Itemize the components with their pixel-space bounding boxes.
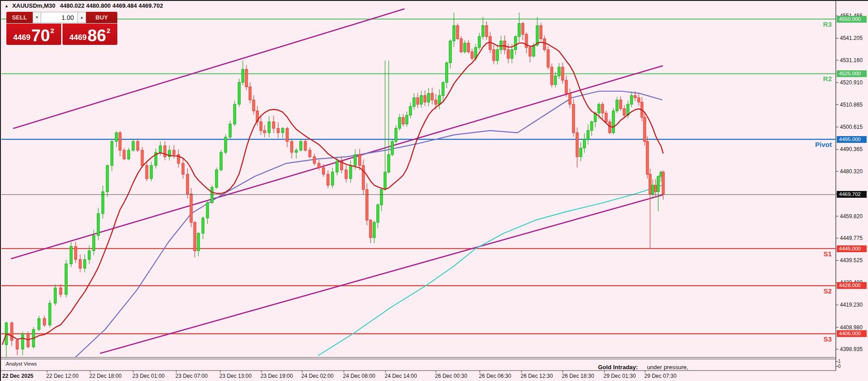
y-axis-tick-label: 4500.615 bbox=[840, 124, 863, 130]
buy-price-point: 2 bbox=[106, 27, 110, 34]
symbol-timeframe-label: XAUUSDm,M30 bbox=[12, 2, 55, 9]
time-axis-label: 24 Dec 08:00 bbox=[343, 373, 375, 379]
chevron-up-icon: ▲ bbox=[80, 15, 84, 20]
level-label-pivot: Pivot bbox=[815, 141, 832, 148]
sell-button[interactable]: SELL bbox=[6, 12, 33, 23]
buy-price-display[interactable]: 4469 86 2 bbox=[63, 24, 117, 45]
price-chart-canvas[interactable] bbox=[1, 1, 868, 381]
mt4-terminal: { "header": { "symbol": "XAUUSDm,M30", "… bbox=[0, 0, 868, 381]
time-axis-label: 23 Dec 01:00 bbox=[132, 373, 164, 379]
time-axis-label: 22 Dec 12:00 bbox=[46, 373, 78, 379]
chart-symbol-info: ▲ XAUUSDm,M30 4480.022 4480.800 4469.484… bbox=[5, 2, 163, 9]
time-axis-label: 29 Dec 01:30 bbox=[603, 373, 636, 379]
sell-price-pips: 70 bbox=[31, 28, 50, 44]
subwindow-scale-min: 0 bbox=[838, 364, 841, 369]
one-click-trading-panel: SELL ▼ ▲ BUY 4469 70 2 4469 86 2 bbox=[6, 12, 117, 45]
level-badge-r2: 4525.000 bbox=[837, 70, 867, 77]
volume-decrease-button[interactable]: ▼ bbox=[33, 12, 41, 23]
time-axis-label: 23 Dec 07:00 bbox=[175, 373, 207, 379]
y-axis-tick-label: 4398.935 bbox=[840, 346, 863, 352]
buy-button[interactable]: BUY bbox=[86, 12, 117, 23]
y-axis-tick-label: 4490.365 bbox=[840, 146, 863, 152]
level-badge-s2: 4428.000 bbox=[837, 282, 867, 289]
sell-price-point: 2 bbox=[50, 27, 54, 34]
y-axis-tick-label: 4541.205 bbox=[840, 35, 863, 41]
buy-price-pips: 86 bbox=[87, 28, 106, 44]
level-label-r2: R2 bbox=[823, 75, 832, 83]
buy-price-base: 4469 bbox=[69, 33, 87, 42]
level-label-s3: S3 bbox=[824, 335, 832, 343]
ohlc-values: 4480.022 4480.800 4469.484 4469.702 bbox=[60, 2, 163, 9]
time-axis-label: 22 Dec 2025 bbox=[2, 373, 34, 379]
time-axis-label: 26 Dec 00:30 bbox=[435, 373, 467, 379]
time-axis-label: 29 Dec 07:30 bbox=[644, 373, 676, 379]
time-axis-label: 23 Dec 19:00 bbox=[260, 373, 293, 379]
y-axis-tick-label: 4439.525 bbox=[840, 257, 863, 264]
y-axis-tick-label: 4459.820 bbox=[840, 213, 863, 220]
y-axis-tick-label: 4531.160 bbox=[840, 57, 863, 64]
volume-input[interactable] bbox=[41, 12, 77, 23]
level-badge-s3: 4406.000 bbox=[837, 330, 867, 337]
time-axis-label: 24 Dec 02:00 bbox=[301, 373, 333, 379]
y-axis-tick-label: 4408.980 bbox=[840, 324, 863, 331]
y-axis-tick-label: 4510.865 bbox=[840, 102, 863, 108]
y-axis-tick-label: 4449.775 bbox=[840, 235, 863, 241]
level-label-s1: S1 bbox=[824, 250, 832, 258]
level-label-r3: R3 bbox=[823, 20, 832, 28]
y-axis-tick-label: 4520.910 bbox=[840, 79, 863, 86]
sell-price-base: 4469 bbox=[13, 33, 30, 42]
subwindow-scale-max: 1 bbox=[838, 359, 841, 364]
level-badge-r3: 4550.000 bbox=[837, 16, 867, 23]
time-axis-label: 26 Dec 18:30 bbox=[562, 373, 594, 379]
volume-increase-button[interactable]: ▲ bbox=[77, 12, 86, 23]
analyst-views-label: .Analyst Views bbox=[5, 361, 37, 366]
note-title: Gold Intraday: bbox=[598, 364, 638, 371]
time-axis-label: 26 Dec 12:30 bbox=[521, 373, 553, 379]
gold-intraday-note: Gold Intraday: under pressure, bbox=[598, 364, 688, 371]
y-axis-tick-label: 4419.230 bbox=[840, 302, 863, 308]
level-badge-pivot: 4495.000 bbox=[837, 136, 867, 143]
level-badge-s1: 4445.000 bbox=[837, 245, 867, 252]
time-axis-label: 22 Dec 18:00 bbox=[89, 373, 121, 379]
sell-price-display[interactable]: 4469 70 2 bbox=[6, 24, 61, 45]
time-axis-label: 26 Dec 06:30 bbox=[479, 373, 511, 379]
y-axis-tick-label: 4480.320 bbox=[840, 168, 863, 175]
time-axis-label: 23 Dec 13:00 bbox=[219, 373, 251, 379]
collapse-arrow-icon[interactable]: ▲ bbox=[5, 4, 9, 8]
level-label-s2: S2 bbox=[824, 287, 832, 295]
time-axis-label: 24 Dec 14:00 bbox=[385, 373, 417, 379]
current-price-badge: 4469.702 bbox=[837, 191, 867, 198]
note-text: under pressure, bbox=[647, 364, 688, 371]
chevron-down-icon: ▼ bbox=[35, 15, 39, 20]
